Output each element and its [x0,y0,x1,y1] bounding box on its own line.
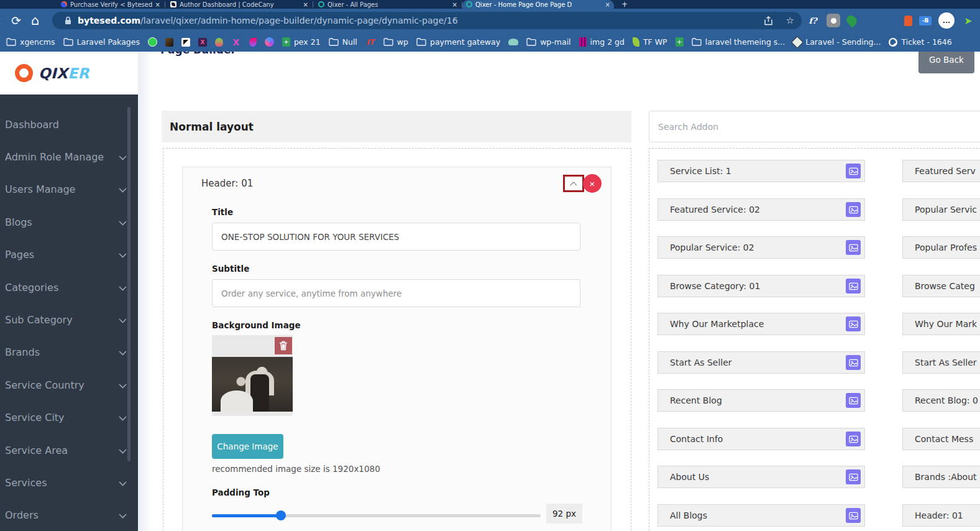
bookmark-item[interactable]: wp-mail [526,37,570,47]
addon-image-icon[interactable] [846,432,861,446]
addon-item[interactable]: Browse Category: 01 [657,275,865,297]
addon-image-icon[interactable] [846,508,861,523]
search-addon-input[interactable] [649,111,980,142]
bookmark-item[interactable]: wp [383,37,408,47]
bookmark-item[interactable]: payment gateway [416,37,500,47]
bookmark-item[interactable]: Null [329,37,357,47]
hyd-extension-icon[interactable] [904,16,912,26]
addon-item[interactable]: Popular Service: 02 [657,236,865,259]
bookmark-item[interactable]: IT [365,38,375,47]
tool-extension-icon[interactable] [863,14,877,27]
sidebar-item-blogs[interactable]: Blogs [0,206,138,238]
addon-item[interactable]: Popular Servic [902,198,980,221]
bookmark-item[interactable]: Ticket - 1646 [889,37,951,47]
bookmark-item[interactable]: X [198,38,207,47]
bookmark-item[interactable] [165,38,173,47]
addon-item[interactable]: Why Our Mark [902,313,980,335]
card-extension-icon[interactable]: -B [919,16,932,25]
bookmark-item[interactable]: img 2 gd [579,37,625,47]
fx-extension-icon[interactable]: f? [806,14,820,27]
bookmark-item[interactable]: Laravel - Sending... [793,37,881,47]
addon-item[interactable]: Header: 01 [902,504,980,527]
addon-item[interactable]: Featured Serv [902,160,980,182]
padding-top-slider[interactable] [212,510,541,520]
address-bar[interactable]: bytesed.com/laravel/qixer/admin-home/pag… [52,12,802,29]
addon-image-icon[interactable] [846,240,861,255]
sidebar-item-service-country[interactable]: Service Country [0,369,138,401]
addon-item[interactable]: Start As Seller [902,351,980,374]
title-input[interactable] [212,223,580,251]
avatar-extension-icon[interactable]: ... [938,12,955,29]
browser-tab[interactable]: Qixer - All Pages× [314,0,461,9]
addon-image-icon[interactable] [846,164,861,178]
share-icon[interactable] [764,16,772,25]
bookmark-item[interactable]: X [231,38,241,47]
addon-image-icon[interactable] [846,202,861,217]
browser-tab[interactable]: Purchase Verify < Bytesed — W× [57,0,164,9]
bookmark-item[interactable]: xgencms [6,37,55,47]
subtitle-input[interactable] [212,279,580,307]
addon-item[interactable]: Featured Service: 02 [657,198,865,221]
sidebar-item-service-area[interactable]: Service Area [0,434,138,466]
bookmark-item[interactable] [148,37,157,47]
bookmark-item[interactable] [265,37,274,47]
bookmark-star-icon[interactable]: ☆ [786,15,794,26]
sidebar-item-pages[interactable]: Pages [0,239,138,271]
sidebar-scrollbar[interactable] [127,107,131,461]
reload-icon[interactable]: ⟳ [11,13,21,28]
bookmark-item[interactable] [215,38,223,47]
sidebar-item-admin-role-manage[interactable]: Admin Role Manage [0,141,138,173]
bookmark-item[interactable] [249,38,257,47]
sidebar-item-sub-category[interactable]: Sub Category [0,303,138,336]
addon-item[interactable]: Why Our Marketplace [657,313,865,335]
browser-tab[interactable]: Qixer - Home Page One Page D× [462,0,614,9]
sidebar-item-categories[interactable]: Categories [0,271,138,303]
cam-extension-icon[interactable] [827,14,840,27]
addon-item[interactable]: About Us [657,466,865,488]
collapse-button[interactable] [563,175,584,192]
sidebar-item-services[interactable]: Services [0,466,138,499]
addon-image-icon[interactable] [846,316,861,331]
addon-item[interactable]: Recent Blog [657,389,865,412]
addon-item[interactable]: Start As Seller [657,351,865,374]
sidebar-item-brands[interactable]: Brands [0,336,138,369]
sidebar-item-dashboard[interactable]: Dashboard [0,108,138,141]
slider-thumb[interactable] [276,510,286,520]
back-icon[interactable]: ‹ [0,13,1,28]
addon-item[interactable]: Recent Blog: 0 [902,389,980,412]
bookmark-item[interactable]: laravel themeing s... [692,37,785,47]
tab-close-icon[interactable]: × [605,1,610,8]
addon-item[interactable]: Brands :About [902,466,980,488]
addon-item[interactable]: Contact Info [657,428,865,450]
drop-extension-icon[interactable] [845,13,859,27]
bookmark-item[interactable] [508,39,518,45]
tab-close-icon[interactable]: × [452,1,457,8]
addon-item[interactable]: Browse Categ [902,275,980,297]
addon-item[interactable]: Service List: 1 [657,160,865,182]
new-tab-button[interactable]: + [621,0,628,9]
tab-close-icon[interactable]: × [155,1,160,8]
tab-close-icon[interactable]: × [303,1,308,8]
addon-image-icon[interactable] [846,393,861,408]
sidebar-item-users-manage[interactable]: Users Manage [0,173,138,206]
addon-item[interactable]: Contact Mess [902,428,980,450]
bookmark-item[interactable] [181,38,190,47]
change-image-button[interactable]: Change Image [212,434,283,459]
bookmark-item[interactable]: +pex 21 [282,37,321,47]
bookmark-item[interactable]: + [675,37,684,47]
app-logo[interactable]: QIXER [0,52,138,95]
bookmark-item[interactable]: TF WP [633,37,667,47]
bookmark-item[interactable]: Laravel Pakages [63,37,140,47]
addon-item[interactable]: Popular Profes [902,236,980,259]
addon-image-icon[interactable] [846,279,861,293]
browser-tab[interactable]: Author Dashboard | CodeCany× [167,0,312,9]
addon-image-icon[interactable] [846,469,861,484]
delete-image-button[interactable] [275,337,292,354]
feather-extension-icon[interactable] [882,12,899,29]
sidebar-item-orders[interactable]: Orders [0,499,138,531]
remove-addon-button[interactable]: × [583,174,602,193]
arrow-extension-icon[interactable]: ➤ [961,14,975,27]
home-icon[interactable]: ⌂ [31,13,39,28]
sidebar-item-service-city[interactable]: Service City [0,402,138,434]
addon-item[interactable]: All Blogs [657,504,865,527]
